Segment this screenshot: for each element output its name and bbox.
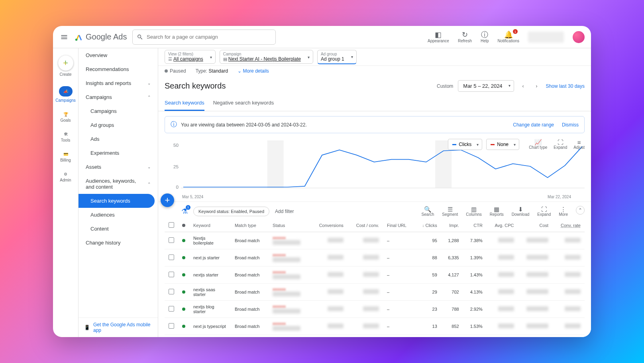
table-row[interactable]: nextjs saas starterBroad matchxxxxxx–297…	[165, 284, 585, 301]
row-checkbox[interactable]	[169, 289, 174, 294]
row-checkbox[interactable]	[169, 323, 174, 329]
nav-recommendations[interactable]: Recommendations	[79, 62, 158, 76]
more-details-link[interactable]: ⌄ More details	[238, 68, 269, 74]
cell-final-url: –	[383, 232, 415, 249]
cell-impr: 852	[441, 318, 463, 335]
col-keyword[interactable]: Keyword	[189, 219, 231, 232]
nav-sub-content[interactable]: Content	[79, 222, 158, 236]
download-button[interactable]: ⬇Download	[512, 206, 529, 217]
dismiss-link[interactable]: Dismiss	[562, 122, 579, 128]
cell-ctr: 7.38%	[463, 232, 487, 249]
nav-sub-campaigns[interactable]: Campaigns	[79, 104, 158, 118]
cell-impr: 6,335	[441, 249, 463, 266]
chevron-down-icon: ⌄	[238, 68, 243, 74]
table-row[interactable]: nextjs starterBroad matchxxxxxx–594,1271…	[165, 266, 585, 284]
search-input-container[interactable]	[132, 30, 276, 45]
nav-sub-experiments[interactable]: Experiments	[79, 146, 158, 160]
more-button[interactable]: ⋮More	[559, 206, 568, 217]
add-filter-button[interactable]: Add filter	[275, 209, 294, 214]
select-all-checkbox[interactable]	[169, 222, 174, 228]
logo[interactable]: Google Ads	[75, 32, 127, 41]
refresh-button[interactable]: ↻Refresh	[458, 31, 472, 43]
rail-campaigns[interactable]: 📣Campaigns	[53, 85, 78, 104]
row-checkbox[interactable]	[169, 272, 174, 277]
col-cost-conv[interactable]: Cost / conv.	[348, 219, 383, 232]
nav-akc[interactable]: Audiences, keywords, and content⌃	[79, 174, 158, 194]
col-clicks[interactable]: ↓Clicks	[415, 219, 441, 232]
col-match[interactable]: Match type	[231, 219, 269, 232]
enabled-dot-icon	[182, 290, 185, 294]
prev-range-button[interactable]: ‹	[519, 82, 528, 91]
nav-sub-audiences[interactable]: Audiences	[79, 208, 158, 222]
col-cost[interactable]: Cost	[518, 219, 553, 232]
cell-avgcpc-redacted	[487, 284, 518, 301]
col-status[interactable]: Status	[269, 219, 310, 232]
notifications-button[interactable]: 🔔1 Notifications	[498, 31, 519, 43]
collapse-button[interactable]: ⌃	[576, 206, 585, 215]
app-name: Google Ads	[86, 32, 127, 41]
avatar[interactable]	[573, 31, 585, 43]
row-checkbox[interactable]	[169, 254, 174, 260]
search-input[interactable]	[147, 34, 271, 40]
nav-overview[interactable]: Overview	[79, 48, 158, 62]
megaphone-icon: 📣	[59, 86, 73, 97]
expand-chart-button[interactable]: ⛶Expand	[554, 139, 567, 150]
chevron-down-icon: ⌄	[147, 81, 151, 85]
nav-insights[interactable]: Insights and reports⌄	[79, 76, 158, 90]
cell-clicks: 59	[415, 266, 441, 284]
breadcrumb-bar: View (2 filters)☰ All campaigns▾ Campaig…	[158, 48, 591, 66]
rail-goals[interactable]: 🏆Goals	[53, 110, 78, 124]
reports-button[interactable]: ▦Reports	[490, 206, 504, 217]
tab-search-keywords[interactable]: Search keywords	[165, 96, 204, 111]
col-impr[interactable]: Impr.	[441, 219, 463, 232]
tab-negative-keywords[interactable]: Negative search keywords	[213, 96, 274, 111]
active-filter-chip[interactable]: Keyword status: Enabled, Paused	[193, 207, 269, 216]
nav-sub-adgroups[interactable]: Ad groups	[79, 118, 158, 132]
col-ctr[interactable]: CTR	[463, 219, 487, 232]
crumb-view[interactable]: View (2 filters)☰ All campaigns▾	[165, 50, 216, 64]
menu-icon[interactable]	[59, 32, 69, 42]
rail-tools[interactable]: 🛠Tools	[53, 130, 78, 144]
google-ads-logo-icon	[75, 33, 83, 41]
crumb-campaign[interactable]: Campaign▤ Next Starter AI - Nextjs Boile…	[220, 50, 313, 64]
columns-button[interactable]: ▥Columns	[466, 206, 481, 217]
appearance-button[interactable]: ◧Appearance	[428, 31, 449, 43]
change-date-link[interactable]: Change date range	[513, 122, 554, 128]
col-conv-rate[interactable]: Conv. rate	[552, 219, 585, 232]
chart-type-button[interactable]: 📈Chart type	[529, 139, 547, 150]
table-row[interactable]: next js starterBroad matchxxxxxx–886,335…	[165, 249, 585, 266]
mobile-app-link[interactable]: 📱Get the Google Ads mobile app	[79, 318, 158, 337]
nav-assets[interactable]: Assets⌄	[79, 160, 158, 174]
col-conversions[interactable]: Conversions	[310, 219, 348, 232]
col-avg-cpc[interactable]: Avg. CPC	[487, 219, 518, 232]
filter-icon-button[interactable]: ⚗1	[181, 207, 188, 216]
next-range-button[interactable]: ›	[532, 82, 541, 91]
pause-dot-icon	[165, 69, 168, 73]
add-keyword-fab[interactable]: +	[161, 193, 174, 207]
table-row[interactable]: Nextjs boilerplateBroad matchxxxxxx–951,…	[165, 232, 585, 249]
help-button[interactable]: ⓘHelp	[481, 31, 489, 43]
table-search-button[interactable]: 🔍Search	[422, 206, 434, 217]
table-row[interactable]: nextjs blog starterBroad matchxxxxxx–237…	[165, 301, 585, 318]
nav-sub-search-keywords[interactable]: Search keywords	[79, 194, 155, 208]
metric1-selector[interactable]: Clicks	[448, 139, 482, 150]
cell-costconv-redacted	[348, 284, 383, 301]
line-chart: 50 25 0	[165, 140, 585, 192]
col-final-url[interactable]: Final URL	[383, 219, 415, 232]
crumb-adgroup[interactable]: Ad groupAd group 1▾	[317, 50, 357, 64]
date-range-picker[interactable]: Mar 5 – 22, 2024	[458, 80, 514, 92]
rail-billing[interactable]: 💳Billing	[53, 150, 78, 164]
row-checkbox[interactable]	[169, 237, 174, 243]
adjust-button[interactable]: ≡Adjust	[573, 139, 585, 150]
metric2-selector[interactable]: None	[486, 139, 519, 150]
table-row[interactable]: next js typescriptBroad matchxxxxxx–1385…	[165, 318, 585, 335]
row-checkbox[interactable]	[169, 306, 174, 312]
rail-create[interactable]: + Create	[53, 54, 78, 78]
nav-campaigns[interactable]: Campaigns⌃	[79, 90, 158, 104]
nav-sub-ads[interactable]: Ads	[79, 132, 158, 146]
segment-button[interactable]: ☰Segment	[442, 206, 458, 217]
rail-admin[interactable]: ⚙Admin	[53, 170, 78, 184]
expand-table-button[interactable]: ⛶Expand	[537, 206, 551, 217]
show-last-30-link[interactable]: Show last 30 days	[546, 83, 585, 89]
nav-change-history[interactable]: Change history	[79, 236, 158, 250]
